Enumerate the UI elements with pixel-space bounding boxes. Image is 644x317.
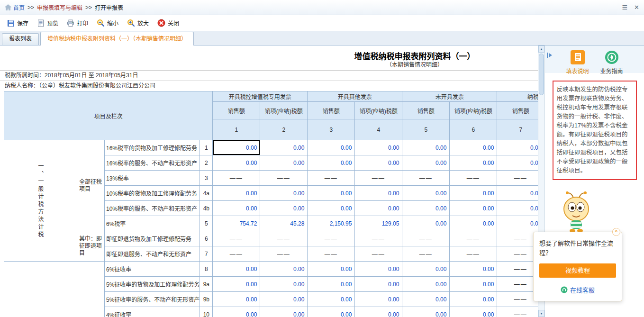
value-cell[interactable]: 129.05 bbox=[355, 216, 402, 231]
value-cell[interactable]: —— bbox=[497, 171, 538, 186]
value-cell[interactable]: 0.00 bbox=[355, 292, 402, 307]
value-cell[interactable]: 0.00 bbox=[213, 186, 260, 201]
value-cell[interactable]: 0.00 bbox=[497, 216, 538, 231]
value-cell[interactable]: 0.00 bbox=[402, 277, 450, 292]
value-cell[interactable]: 0.00 bbox=[450, 186, 497, 201]
value-cell[interactable]: —— bbox=[355, 171, 402, 186]
value-cell[interactable]: 0.00 bbox=[308, 186, 355, 201]
value-cell[interactable]: —— bbox=[402, 171, 450, 186]
value-cell[interactable]: —— bbox=[497, 307, 538, 317]
scroll-down-button[interactable]: ▼ bbox=[538, 310, 544, 317]
value-cell[interactable]: —— bbox=[308, 246, 355, 262]
menu-icon[interactable]: ☰ bbox=[622, 4, 627, 11]
value-cell[interactable]: 0.00 bbox=[497, 140, 538, 155]
value-cell[interactable]: —— bbox=[497, 292, 538, 307]
value-cell[interactable]: —— bbox=[213, 231, 260, 246]
value-cell[interactable]: 0.00 bbox=[213, 307, 260, 317]
value-cell[interactable]: 0.00 bbox=[450, 262, 497, 277]
value-cell[interactable]: 0.00 bbox=[450, 201, 497, 216]
close-button[interactable]: 关闭 bbox=[153, 17, 183, 29]
preview-button[interactable]: 预览 bbox=[33, 17, 63, 29]
value-cell[interactable]: 0.00 bbox=[450, 292, 497, 307]
scroll-up-button[interactable]: ▲ bbox=[538, 45, 544, 53]
value-cell[interactable]: 0.00 bbox=[213, 155, 260, 171]
value-cell[interactable]: —— bbox=[402, 231, 450, 246]
value-cell[interactable]: 0.00 bbox=[213, 292, 260, 307]
value-cell[interactable]: 0.00 bbox=[355, 262, 402, 277]
zoom-in-button[interactable]: 放大 bbox=[123, 17, 153, 29]
fill-instructions-button[interactable]: 填表说明 bbox=[564, 50, 591, 75]
value-cell[interactable]: 0.00 bbox=[355, 277, 402, 292]
value-cell[interactable]: 0.00 bbox=[450, 307, 497, 317]
value-cell[interactable]: 0.00 bbox=[260, 201, 308, 216]
zoom-out-button[interactable]: 缩小 bbox=[92, 17, 123, 29]
value-cell[interactable]: 0.00 bbox=[308, 155, 355, 171]
value-cell[interactable]: 0.00 bbox=[355, 155, 402, 171]
online-service-link[interactable]: 在线客服 bbox=[539, 285, 616, 296]
save-button[interactable]: 保存 bbox=[3, 17, 33, 29]
value-cell[interactable]: 0.00 bbox=[213, 262, 260, 277]
value-cell[interactable]: —— bbox=[450, 231, 497, 246]
value-cell[interactable]: —— bbox=[497, 262, 538, 277]
value-cell[interactable]: 0.00 bbox=[497, 201, 538, 216]
collapse-panel-icon[interactable] bbox=[546, 52, 553, 60]
video-tutorial-button[interactable]: 视频教程 bbox=[539, 263, 616, 278]
value-cell[interactable]: —— bbox=[355, 231, 402, 246]
value-cell[interactable]: 0.00 bbox=[260, 155, 308, 171]
value-cell[interactable]: —— bbox=[308, 171, 355, 186]
value-cell[interactable]: 0.00 bbox=[260, 186, 308, 201]
tab-active-report[interactable]: 增值税纳税申报表附列资料（一）（本期销售情况明细） bbox=[40, 32, 194, 45]
value-cell[interactable]: 0.00 bbox=[402, 216, 450, 231]
print-button[interactable]: 打印 bbox=[63, 17, 92, 29]
value-cell[interactable]: —— bbox=[260, 246, 308, 262]
value-cell[interactable]: —— bbox=[260, 171, 308, 186]
assistant-mascot[interactable] bbox=[559, 190, 593, 235]
chevron-up-icon[interactable]: ^ bbox=[612, 228, 620, 236]
value-cell[interactable]: 0.00 bbox=[308, 201, 355, 216]
value-cell[interactable]: 0.00 bbox=[260, 307, 308, 317]
value-cell[interactable]: —— bbox=[497, 231, 538, 246]
value-cell[interactable]: 0.00 bbox=[308, 262, 355, 277]
value-cell[interactable]: —— bbox=[213, 246, 260, 262]
value-cell[interactable]: 0.00 bbox=[402, 262, 450, 277]
value-cell[interactable]: 0.00 bbox=[260, 292, 308, 307]
value-cell[interactable]: 0.00 bbox=[355, 186, 402, 201]
value-cell[interactable]: —— bbox=[213, 171, 260, 186]
value-cell[interactable]: —— bbox=[450, 171, 497, 186]
value-cell[interactable]: 0.00 bbox=[497, 155, 538, 171]
value-cell[interactable]: 0.00 bbox=[213, 201, 260, 216]
value-cell[interactable]: 0.00 bbox=[260, 277, 308, 292]
value-cell[interactable]: 0.00 bbox=[450, 216, 497, 231]
value-cell[interactable]: 0.00 bbox=[308, 140, 355, 155]
value-cell[interactable]: 0.00 bbox=[260, 140, 308, 155]
value-cell[interactable]: 754.72 bbox=[213, 216, 260, 231]
value-cell[interactable]: 0.00 bbox=[308, 292, 355, 307]
value-cell[interactable]: 0.00 bbox=[260, 262, 308, 277]
value-cell[interactable]: 0.00 bbox=[450, 155, 497, 171]
close-window-icon[interactable]: ✕ bbox=[634, 4, 639, 11]
value-cell[interactable]: —— bbox=[402, 246, 450, 262]
value-cell[interactable]: 0.00 bbox=[308, 277, 355, 292]
scrollbar-thumb[interactable] bbox=[539, 54, 544, 95]
value-cell[interactable]: 0.00 bbox=[402, 186, 450, 201]
breadcrumb-home-link[interactable]: 首页 bbox=[5, 3, 25, 11]
value-cell[interactable]: —— bbox=[260, 231, 308, 246]
value-cell[interactable]: —— bbox=[450, 246, 497, 262]
value-cell[interactable]: 45.28 bbox=[260, 216, 308, 231]
value-cell[interactable]: 0.00 bbox=[355, 307, 402, 317]
value-cell[interactable]: 0.00 bbox=[213, 277, 260, 292]
value-cell[interactable]: 0.00 bbox=[402, 292, 450, 307]
value-cell[interactable]: 0.00 bbox=[450, 140, 497, 155]
breadcrumb-parent-link[interactable]: 申报表填写与编辑 bbox=[37, 3, 82, 11]
value-cell[interactable]: 0.00 bbox=[355, 140, 402, 155]
tab-report-list[interactable]: 报表列表 bbox=[2, 33, 39, 45]
value-cell[interactable]: —— bbox=[308, 231, 355, 246]
value-cell[interactable]: 0.00 bbox=[308, 307, 355, 317]
value-cell[interactable]: 0.00 bbox=[402, 155, 450, 171]
value-cell[interactable]: 2,150.95 bbox=[308, 216, 355, 231]
value-cell[interactable]: —— bbox=[497, 277, 538, 292]
business-guide-button[interactable]: 业务指南 bbox=[599, 50, 625, 75]
value-cell[interactable]: 0.00 bbox=[402, 140, 450, 155]
value-cell[interactable]: 0.00 bbox=[450, 277, 497, 292]
value-cell[interactable]: 0.00 bbox=[402, 201, 450, 216]
